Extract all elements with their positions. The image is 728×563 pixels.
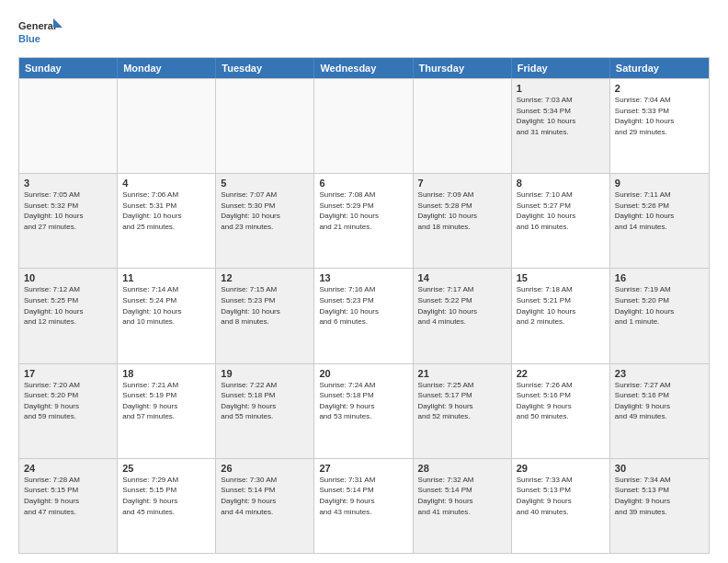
header-day-thursday: Thursday <box>414 58 512 78</box>
calendar-cell-15: 15Sunrise: 7:18 AM Sunset: 5:21 PM Dayli… <box>512 269 610 362</box>
header-day-monday: Monday <box>118 58 216 78</box>
day-info-15: Sunrise: 7:18 AM Sunset: 5:21 PM Dayligh… <box>517 284 605 327</box>
day-number-18: 18 <box>122 368 210 379</box>
day-number-4: 4 <box>122 178 210 189</box>
svg-text:Blue: Blue <box>18 33 40 44</box>
day-number-13: 13 <box>319 272 407 283</box>
calendar-cell-empty <box>414 79 512 173</box>
day-info-5: Sunrise: 7:07 AM Sunset: 5:30 PM Dayligh… <box>221 190 309 232</box>
day-info-22: Sunrise: 7:26 AM Sunset: 5:16 PM Dayligh… <box>517 380 605 422</box>
header-day-saturday: Saturday <box>610 58 709 78</box>
day-info-26: Sunrise: 7:30 AM Sunset: 5:14 PM Dayligh… <box>221 475 309 517</box>
calendar-cell-16: 16Sunrise: 7:19 AM Sunset: 5:20 PM Dayli… <box>610 269 709 362</box>
day-info-10: Sunrise: 7:12 AM Sunset: 5:25 PM Dayligh… <box>24 284 112 327</box>
calendar-cell-7: 7Sunrise: 7:09 AM Sunset: 5:28 PM Daylig… <box>414 174 512 268</box>
day-number-16: 16 <box>615 272 704 283</box>
calendar-row-1: 1Sunrise: 7:03 AM Sunset: 5:34 PM Daylig… <box>19 78 709 173</box>
svg-text:General: General <box>18 20 56 31</box>
calendar-row-4: 17Sunrise: 7:20 AM Sunset: 5:20 PM Dayli… <box>19 363 709 458</box>
header-day-tuesday: Tuesday <box>216 58 314 78</box>
calendar-cell-26: 26Sunrise: 7:30 AM Sunset: 5:14 PM Dayli… <box>216 459 314 553</box>
day-number-10: 10 <box>24 272 112 283</box>
day-info-30: Sunrise: 7:34 AM Sunset: 5:13 PM Dayligh… <box>615 475 704 517</box>
day-number-8: 8 <box>517 178 605 189</box>
calendar-cell-22: 22Sunrise: 7:26 AM Sunset: 5:16 PM Dayli… <box>512 364 610 458</box>
day-number-7: 7 <box>418 178 506 189</box>
day-info-16: Sunrise: 7:19 AM Sunset: 5:20 PM Dayligh… <box>615 284 704 327</box>
day-number-2: 2 <box>615 83 704 94</box>
day-number-14: 14 <box>418 272 506 283</box>
day-info-7: Sunrise: 7:09 AM Sunset: 5:28 PM Dayligh… <box>418 190 506 232</box>
day-info-12: Sunrise: 7:15 AM Sunset: 5:23 PM Dayligh… <box>221 284 309 327</box>
day-info-25: Sunrise: 7:29 AM Sunset: 5:15 PM Dayligh… <box>122 475 210 517</box>
day-number-17: 17 <box>24 368 112 379</box>
calendar-cell-30: 30Sunrise: 7:34 AM Sunset: 5:13 PM Dayli… <box>610 459 709 553</box>
calendar-cell-13: 13Sunrise: 7:16 AM Sunset: 5:23 PM Dayli… <box>314 269 413 362</box>
day-number-1: 1 <box>517 83 605 94</box>
calendar-cell-17: 17Sunrise: 7:20 AM Sunset: 5:20 PM Dayli… <box>19 364 118 458</box>
calendar-cell-27: 27Sunrise: 7:31 AM Sunset: 5:14 PM Dayli… <box>314 459 413 553</box>
page: General Blue SundayMondayTuesdayWednesda… <box>0 0 728 563</box>
day-number-19: 19 <box>221 368 309 379</box>
day-info-18: Sunrise: 7:21 AM Sunset: 5:19 PM Dayligh… <box>122 380 210 422</box>
day-info-2: Sunrise: 7:04 AM Sunset: 5:33 PM Dayligh… <box>615 95 704 137</box>
svg-marker-2 <box>53 18 63 28</box>
calendar-cell-29: 29Sunrise: 7:33 AM Sunset: 5:13 PM Dayli… <box>512 459 610 553</box>
day-info-11: Sunrise: 7:14 AM Sunset: 5:24 PM Dayligh… <box>122 284 210 327</box>
day-number-6: 6 <box>319 178 407 189</box>
calendar-cell-11: 11Sunrise: 7:14 AM Sunset: 5:24 PM Dayli… <box>118 269 216 362</box>
day-info-21: Sunrise: 7:25 AM Sunset: 5:17 PM Dayligh… <box>418 380 506 422</box>
day-number-30: 30 <box>615 463 704 474</box>
calendar-cell-2: 2Sunrise: 7:04 AM Sunset: 5:33 PM Daylig… <box>610 79 709 173</box>
day-info-9: Sunrise: 7:11 AM Sunset: 5:26 PM Dayligh… <box>615 190 704 232</box>
calendar-row-5: 24Sunrise: 7:28 AM Sunset: 5:15 PM Dayli… <box>19 458 709 553</box>
day-info-29: Sunrise: 7:33 AM Sunset: 5:13 PM Dayligh… <box>517 475 605 517</box>
day-number-29: 29 <box>517 463 605 474</box>
calendar-cell-10: 10Sunrise: 7:12 AM Sunset: 5:25 PM Dayli… <box>19 269 118 362</box>
day-number-28: 28 <box>418 463 506 474</box>
calendar-cell-24: 24Sunrise: 7:28 AM Sunset: 5:15 PM Dayli… <box>19 459 118 553</box>
day-number-26: 26 <box>221 463 309 474</box>
day-info-27: Sunrise: 7:31 AM Sunset: 5:14 PM Dayligh… <box>319 475 407 517</box>
header-day-friday: Friday <box>512 58 610 78</box>
day-info-1: Sunrise: 7:03 AM Sunset: 5:34 PM Dayligh… <box>517 95 605 137</box>
calendar-cell-1: 1Sunrise: 7:03 AM Sunset: 5:34 PM Daylig… <box>512 79 610 173</box>
day-number-5: 5 <box>221 178 309 189</box>
calendar-row-2: 3Sunrise: 7:05 AM Sunset: 5:32 PM Daylig… <box>19 173 709 268</box>
day-number-21: 21 <box>418 368 506 379</box>
calendar-cell-12: 12Sunrise: 7:15 AM Sunset: 5:23 PM Dayli… <box>216 269 314 362</box>
day-number-20: 20 <box>319 368 407 379</box>
calendar-cell-4: 4Sunrise: 7:06 AM Sunset: 5:31 PM Daylig… <box>118 174 216 268</box>
day-number-24: 24 <box>24 463 112 474</box>
calendar-cell-empty <box>314 79 413 173</box>
generalblue-logo-svg: General Blue <box>18 15 64 50</box>
day-number-3: 3 <box>24 178 112 189</box>
calendar-row-3: 10Sunrise: 7:12 AM Sunset: 5:25 PM Dayli… <box>19 268 709 362</box>
day-number-27: 27 <box>319 463 407 474</box>
calendar-body: 1Sunrise: 7:03 AM Sunset: 5:34 PM Daylig… <box>19 78 709 553</box>
day-info-17: Sunrise: 7:20 AM Sunset: 5:20 PM Dayligh… <box>24 380 112 422</box>
calendar-cell-18: 18Sunrise: 7:21 AM Sunset: 5:19 PM Dayli… <box>118 364 216 458</box>
logo: General Blue <box>18 15 64 50</box>
calendar-cell-19: 19Sunrise: 7:22 AM Sunset: 5:18 PM Dayli… <box>216 364 314 458</box>
day-info-6: Sunrise: 7:08 AM Sunset: 5:29 PM Dayligh… <box>319 190 407 232</box>
day-info-3: Sunrise: 7:05 AM Sunset: 5:32 PM Dayligh… <box>24 190 112 232</box>
calendar-cell-empty <box>19 79 118 173</box>
day-number-11: 11 <box>122 272 210 283</box>
calendar: SundayMondayTuesdayWednesdayThursdayFrid… <box>18 57 710 554</box>
day-number-22: 22 <box>517 368 605 379</box>
day-number-25: 25 <box>122 463 210 474</box>
day-number-23: 23 <box>615 368 704 379</box>
calendar-cell-8: 8Sunrise: 7:10 AM Sunset: 5:27 PM Daylig… <box>512 174 610 268</box>
calendar-cell-25: 25Sunrise: 7:29 AM Sunset: 5:15 PM Dayli… <box>118 459 216 553</box>
calendar-cell-5: 5Sunrise: 7:07 AM Sunset: 5:30 PM Daylig… <box>216 174 314 268</box>
day-info-19: Sunrise: 7:22 AM Sunset: 5:18 PM Dayligh… <box>221 380 309 422</box>
calendar-cell-empty <box>216 79 314 173</box>
calendar-cell-21: 21Sunrise: 7:25 AM Sunset: 5:17 PM Dayli… <box>414 364 512 458</box>
calendar-cell-23: 23Sunrise: 7:27 AM Sunset: 5:16 PM Dayli… <box>610 364 709 458</box>
day-info-14: Sunrise: 7:17 AM Sunset: 5:22 PM Dayligh… <box>418 284 506 327</box>
calendar-cell-empty <box>118 79 216 173</box>
day-info-4: Sunrise: 7:06 AM Sunset: 5:31 PM Dayligh… <box>122 190 210 232</box>
day-info-24: Sunrise: 7:28 AM Sunset: 5:15 PM Dayligh… <box>24 475 112 517</box>
day-info-13: Sunrise: 7:16 AM Sunset: 5:23 PM Dayligh… <box>319 284 407 327</box>
